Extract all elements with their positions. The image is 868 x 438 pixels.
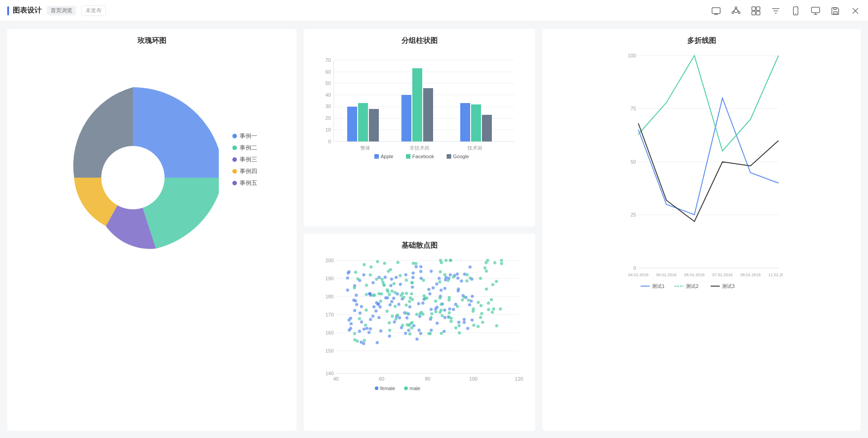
svg-point-5 bbox=[738, 12, 740, 14]
svg-rect-43 bbox=[347, 107, 357, 141]
svg-text:08.01.2016: 08.01.2016 bbox=[740, 273, 760, 277]
svg-text:25: 25 bbox=[631, 212, 636, 217]
svg-point-186 bbox=[360, 340, 363, 344]
svg-point-206 bbox=[384, 296, 387, 299]
preview-icon[interactable] bbox=[711, 5, 722, 16]
legend-item-1: 事例一 bbox=[232, 132, 257, 140]
svg-point-178 bbox=[457, 287, 460, 290]
svg-point-342 bbox=[493, 261, 496, 264]
svg-text:140: 140 bbox=[326, 371, 334, 376]
svg-point-87 bbox=[377, 316, 381, 319]
svg-point-222 bbox=[472, 324, 476, 327]
svg-rect-49 bbox=[460, 103, 470, 141]
svg-text:200: 200 bbox=[326, 258, 334, 263]
svg-point-346 bbox=[439, 259, 442, 262]
svg-point-207 bbox=[360, 320, 363, 323]
svg-text:120: 120 bbox=[515, 376, 523, 381]
main-content: 玫瑰环图 事例一 bbox=[0, 22, 868, 438]
svg-point-140 bbox=[448, 307, 451, 311]
svg-point-332 bbox=[485, 269, 488, 273]
svg-point-203 bbox=[399, 283, 402, 286]
legend-dot-4 bbox=[232, 169, 237, 174]
svg-point-281 bbox=[443, 273, 446, 276]
svg-rect-11 bbox=[752, 11, 755, 15]
svg-point-299 bbox=[500, 262, 503, 265]
svg-point-275 bbox=[353, 338, 356, 341]
svg-rect-46 bbox=[401, 95, 411, 141]
svg-point-240 bbox=[386, 310, 389, 313]
svg-rect-9 bbox=[752, 7, 755, 10]
svg-point-327 bbox=[480, 312, 483, 315]
svg-point-164 bbox=[449, 273, 452, 276]
svg-point-208 bbox=[388, 334, 391, 338]
svg-point-198 bbox=[419, 265, 422, 268]
svg-point-226 bbox=[440, 331, 443, 334]
svg-point-177 bbox=[397, 302, 401, 306]
svg-point-329 bbox=[495, 324, 498, 327]
svg-point-326 bbox=[383, 262, 386, 265]
svg-point-255 bbox=[376, 260, 379, 263]
svg-point-254 bbox=[458, 331, 461, 334]
svg-text:150: 150 bbox=[326, 348, 334, 353]
svg-point-338 bbox=[394, 305, 397, 308]
legend-label-2: 事例二 bbox=[240, 144, 257, 152]
svg-point-103 bbox=[408, 305, 411, 308]
svg-point-167 bbox=[368, 292, 371, 295]
svg-point-181 bbox=[443, 316, 447, 319]
svg-point-132 bbox=[404, 273, 407, 276]
legend-label-3: 事例三 bbox=[240, 155, 257, 164]
share-icon[interactable] bbox=[731, 5, 741, 16]
svg-point-101 bbox=[429, 269, 433, 273]
svg-point-283 bbox=[399, 274, 402, 277]
badge-unpublished[interactable]: 未发布 bbox=[81, 5, 106, 16]
svg-point-239 bbox=[405, 292, 408, 295]
svg-point-6 bbox=[732, 12, 734, 14]
svg-point-129 bbox=[358, 330, 361, 333]
filter-icon[interactable] bbox=[770, 5, 781, 16]
svg-rect-57 bbox=[406, 154, 410, 159]
svg-point-205 bbox=[395, 276, 398, 279]
legend-label-5: 事例五 bbox=[240, 179, 257, 187]
svg-point-185 bbox=[468, 265, 472, 268]
svg-text:Google: Google bbox=[453, 154, 469, 159]
svg-point-184 bbox=[392, 297, 395, 300]
svg-point-110 bbox=[411, 276, 415, 279]
svg-text:100: 100 bbox=[469, 376, 477, 381]
svg-point-121 bbox=[466, 327, 469, 330]
layout-icon[interactable] bbox=[750, 5, 761, 16]
mobile-icon[interactable] bbox=[790, 5, 801, 16]
svg-rect-0 bbox=[712, 8, 720, 14]
svg-point-290 bbox=[452, 275, 455, 278]
desktop-icon[interactable] bbox=[810, 5, 821, 16]
svg-point-261 bbox=[401, 324, 404, 327]
svg-point-188 bbox=[363, 327, 366, 330]
svg-point-125 bbox=[456, 272, 459, 275]
svg-point-331 bbox=[422, 278, 425, 282]
svg-rect-21 bbox=[834, 12, 837, 14]
legend-item-3: 事例三 bbox=[232, 155, 257, 164]
legend-item-5: 事例五 bbox=[232, 179, 257, 187]
close-icon[interactable] bbox=[850, 5, 861, 16]
svg-text:170: 170 bbox=[326, 312, 334, 317]
svg-point-258 bbox=[410, 326, 413, 329]
svg-text:技术岗: 技术岗 bbox=[467, 145, 482, 151]
svg-point-278 bbox=[353, 286, 356, 289]
svg-point-90 bbox=[415, 265, 418, 268]
tab-preview[interactable]: 首页浏览 bbox=[47, 6, 76, 15]
save-icon[interactable] bbox=[830, 5, 841, 16]
svg-point-335 bbox=[353, 332, 356, 335]
svg-point-297 bbox=[476, 301, 480, 304]
svg-point-17 bbox=[795, 13, 796, 14]
svg-point-291 bbox=[467, 298, 470, 301]
svg-point-348 bbox=[389, 268, 392, 271]
svg-point-339 bbox=[415, 262, 418, 265]
svg-point-314 bbox=[411, 298, 414, 301]
svg-point-105 bbox=[411, 271, 415, 274]
rose-chart-panel: 玫瑰环图 事例一 bbox=[7, 29, 297, 431]
svg-text:180: 180 bbox=[326, 294, 334, 299]
svg-point-279 bbox=[481, 320, 484, 324]
svg-text:40: 40 bbox=[333, 376, 339, 381]
svg-point-176 bbox=[452, 307, 455, 311]
svg-point-158 bbox=[429, 308, 433, 311]
svg-point-4 bbox=[735, 7, 737, 9]
